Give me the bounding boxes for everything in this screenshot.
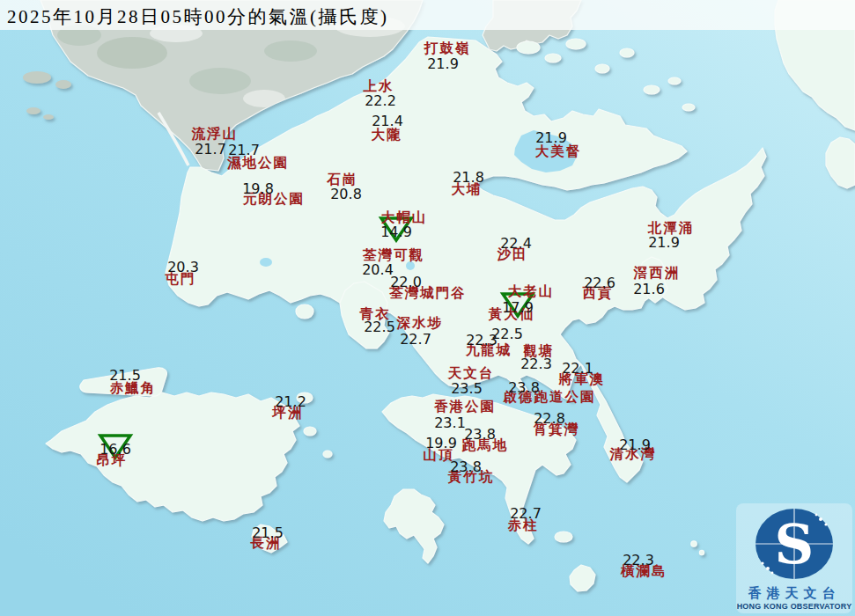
- station-value: 21.6: [633, 281, 665, 297]
- station-value: 21.9: [535, 129, 567, 146]
- station-value: 23.8: [508, 379, 540, 396]
- hko-spiral-icon: S: [752, 507, 837, 581]
- station-value: 22.3: [466, 332, 498, 348]
- station-value: 19.8: [242, 180, 274, 197]
- station-value: 22.1: [562, 360, 593, 377]
- station-name-label: 深水埗: [397, 314, 444, 333]
- station-name-label: 香港公園: [434, 398, 496, 416]
- station-value: 16.6: [100, 441, 131, 458]
- station-name-label: 滘西洲: [634, 264, 681, 282]
- station-value: 23.5: [451, 380, 483, 397]
- station-value: 22.7: [400, 331, 431, 348]
- station-value: 19.9: [425, 435, 457, 451]
- station-value: 21.9: [427, 55, 459, 72]
- svg-text:S: S: [775, 512, 814, 576]
- station-value: 22.5: [364, 319, 395, 335]
- station-value: 21.9: [619, 436, 651, 453]
- station-value: 17.9: [502, 299, 534, 316]
- hko-logo: S 香港天文台 HONG KONG OBSERVATORY: [736, 503, 852, 613]
- station-value: 22.2: [365, 92, 396, 109]
- station-value: 21.2: [275, 393, 306, 410]
- station-layer: 21.9打鼓嶺22.2上水21.4大隴21.7流浮山21.7濕地公園19.8元朗…: [0, 0, 855, 616]
- station-value: 22.8: [534, 410, 565, 427]
- station-value: 22.4: [500, 235, 532, 252]
- station-value: 22.3: [623, 552, 654, 568]
- station-value: 23.8: [450, 458, 482, 475]
- station-value: 22.0: [390, 274, 422, 290]
- station-name-label: 大老山: [508, 282, 555, 301]
- temperature-map-screen: 2025年10月28日05時00分的氣溫(攝氏度) 21.9打鼓嶺22.2上水2…: [0, 0, 855, 616]
- station-value: 22.3: [520, 356, 552, 372]
- station-value: 22.7: [510, 505, 542, 522]
- station-value: 20.4: [362, 261, 394, 278]
- station-value: 23.8: [464, 426, 496, 443]
- station-value: 20.3: [167, 259, 199, 275]
- station-value: 23.1: [434, 414, 466, 431]
- station-value: 14.9: [380, 224, 412, 240]
- station-value: 20.8: [330, 186, 362, 202]
- station-value: 21.4: [372, 113, 403, 129]
- station-value: 21.9: [648, 234, 680, 251]
- station-value: 21.8: [453, 169, 484, 186]
- station-value: 21.5: [109, 367, 141, 384]
- station-value: 21.5: [252, 524, 284, 541]
- station-value: 21.7: [228, 142, 260, 158]
- hko-logo-name-en: HONG KONG OBSERVATORY: [736, 602, 852, 611]
- station-value: 21.7: [195, 141, 226, 158]
- station-value: 22.6: [584, 275, 615, 291]
- hko-logo-name-cn: 香港天文台: [736, 585, 852, 602]
